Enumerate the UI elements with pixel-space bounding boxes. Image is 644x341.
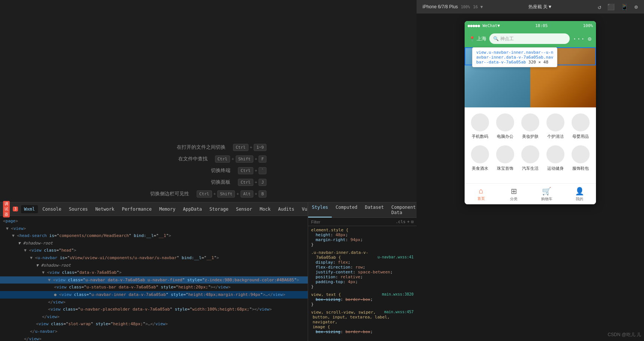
command-row-4: 切换面板 Ctrl + J xyxy=(150,179,266,186)
command-row-3: 切换终端 Ctrl + ` xyxy=(150,167,266,174)
category-item[interactable]: 电脑办公 xyxy=(496,113,514,139)
style-rule-navbar-inner: .u-navbar-inner.data-v- 7a6a05ab { u-nav… xyxy=(311,250,414,289)
category-label: 珠宝首饰 xyxy=(497,166,513,171)
phone-search-bar[interactable]: 🔍 神点工 xyxy=(489,33,570,44)
style-prop-row: height: 48px; xyxy=(311,232,414,237)
style-prop-row: justify-content: space-between; xyxy=(311,270,414,275)
styles-filter-input[interactable] xyxy=(311,220,394,224)
style-rule-element: element.style { height: 48px; margin-rig… xyxy=(311,228,414,247)
cart-icon: 🛒 xyxy=(542,187,551,196)
signal-indicator: ●●●●● WeChat▼ xyxy=(468,23,500,28)
tree-line[interactable]: <view class="slot-wrap" style="height:48… xyxy=(0,320,308,328)
tab-sources[interactable]: Sources xyxy=(66,205,91,213)
tooltip-text-1: view.u-navbar-inner.navbar--u-n xyxy=(476,50,553,55)
category-item[interactable]: 珠宝首饰 xyxy=(496,145,514,171)
tree-line-highlighted[interactable]: ● <view class="u-navbar-inner data-v-7a6… xyxy=(0,291,308,299)
device-chevron-icon: 100% xyxy=(461,5,470,9)
tree-line[interactable]: <view class="u-status-bar data-v-7a6a05a… xyxy=(0,284,308,291)
stop-icon[interactable]: ⬛ xyxy=(607,3,615,11)
style-prop-row: flex-direction: row; xyxy=(311,265,414,270)
styles-panel: Styles Computed Dataset Component Data »… xyxy=(308,202,417,341)
phone-area: iPhone 6/7/8 Plus 100% 16 ▼ 热座截 关▼ ↺ ⬛ 📱… xyxy=(417,0,644,341)
tab-performance[interactable]: Performance xyxy=(119,205,155,213)
category-item[interactable]: 美食酒水 xyxy=(471,145,489,171)
category-item[interactable]: 个护清洁 xyxy=(546,113,564,139)
tree-line[interactable]: ▼ <view class="head"> xyxy=(0,247,308,254)
tree-line[interactable]: <view class="u-navbar-placeholder data-v… xyxy=(0,306,308,313)
tree-line[interactable]: ▼ <head-search is="components/common/Hea… xyxy=(0,232,308,240)
add-style-btn[interactable]: + xyxy=(407,219,410,224)
category-item[interactable]: 美妆护肤 xyxy=(521,113,539,139)
category-item[interactable]: 汽车生活 xyxy=(521,145,539,171)
kbd-ctrl-1: Ctrl xyxy=(233,144,248,151)
tab-mock[interactable]: Mock xyxy=(257,205,274,213)
tree-line[interactable]: </view> xyxy=(0,313,308,321)
camera-button[interactable]: ⊙ xyxy=(588,35,591,42)
style-rule-selector: .u-navbar-inner.data-v- 7a6a05ab { u-nav… xyxy=(311,250,414,260)
style-prop-row: display: flex; xyxy=(311,260,414,265)
category-item[interactable]: 运动健身 xyxy=(546,145,564,171)
location-text: 上海 xyxy=(477,35,486,42)
tree-line[interactable]: ▼ #shadow-root xyxy=(0,240,308,247)
tooltip-text-3: bar--data-v-7a6a05ab xyxy=(476,60,526,65)
tree-line[interactable]: ▼ <view class="data-v-7a6a05ab"> xyxy=(0,269,308,276)
nav-item-profile[interactable]: 👤 我的 xyxy=(563,184,596,204)
tab-appdata[interactable]: AppData xyxy=(180,205,205,213)
styles-tab-computed[interactable]: Computed xyxy=(332,202,361,217)
nav-item-home[interactable]: ⌂ 首页 xyxy=(465,184,498,204)
devtools-toolbar: 调试器 3 Wxml Console Sources Network Perfo… xyxy=(0,202,308,216)
style-rule-view-scroll: view, scroll-view, swiper, main.wxss:457… xyxy=(311,310,414,334)
cmd-label-3: 切换终端 xyxy=(211,167,230,174)
kbd-b-5: B xyxy=(259,190,266,198)
refresh-icon[interactable]: ↺ xyxy=(598,3,602,11)
device-bar: iPhone 6/7/8 Plus 100% 16 ▼ 热座截 关▼ ↺ ⬛ 📱… xyxy=(417,0,644,14)
tree-line[interactable]: ▼ <view> xyxy=(0,225,308,232)
tooltip-overlay: view.u-navbar-inner.navbar--u-n avbar-in… xyxy=(465,47,596,107)
kbd-num-1: 1~9 xyxy=(254,144,266,151)
styles-tab-styles[interactable]: Styles xyxy=(308,202,332,217)
styles-tab-component-data[interactable]: Component Data xyxy=(388,202,420,217)
styles-tab-dataset[interactable]: Dataset xyxy=(361,202,388,217)
tree-line[interactable]: </view> xyxy=(0,335,308,341)
category-item[interactable]: 母婴用品 xyxy=(572,113,590,139)
device-toggle-icon[interactable]: 📱 xyxy=(621,3,628,11)
nav-label-cart: 购物车 xyxy=(541,196,552,202)
more-button[interactable]: ··· xyxy=(573,35,585,43)
category-icon xyxy=(572,113,590,131)
tab-wxml[interactable]: Wxml xyxy=(21,205,38,213)
watermark-text: CSDN @吃儿 儿 xyxy=(608,332,641,337)
tab-sensor[interactable]: Sensor xyxy=(233,205,255,213)
phone-location[interactable]: 📍 上海 xyxy=(469,35,486,42)
tab-memory[interactable]: Memory xyxy=(156,205,178,213)
phone-nav-bar: 📍 上海 🔍 神点工 ··· ⊙ xyxy=(465,30,596,47)
nav-item-cart[interactable]: 🛒 购物车 xyxy=(530,184,563,204)
cls-button[interactable]: .cls xyxy=(396,219,406,224)
category-item[interactable]: 手机数码 xyxy=(471,113,489,139)
nav-item-category[interactable]: ⊞ 分类 xyxy=(498,184,531,204)
shortcut-4: Ctrl + J xyxy=(238,179,266,186)
element-tooltip: view.u-navbar-inner.navbar--u-n avbar-in… xyxy=(472,47,557,67)
tab-console[interactable]: Console xyxy=(39,205,65,213)
rotate-icon[interactable]: ⊕ xyxy=(634,3,638,11)
tree-line[interactable]: </u-navbar> xyxy=(0,328,308,335)
device-selector[interactable]: iPhone 6/7/8 Plus 100% 16 ▼ xyxy=(423,4,483,9)
tab-audits[interactable]: Audits xyxy=(275,205,297,213)
tree-line-selected[interactable]: ▼ <view class="u-navbar data-v-7a6a05ab … xyxy=(0,276,308,284)
category-label: 服饰鞋包 xyxy=(572,166,589,171)
tree-line[interactable]: ▼ <u-navbar is="uView/uview-ui/component… xyxy=(0,254,308,262)
tab-storage[interactable]: Storage xyxy=(206,205,232,213)
toggle-styles-btn[interactable]: ⊡ xyxy=(411,219,414,224)
category-item[interactable]: 服饰鞋包 xyxy=(572,145,590,171)
device-toolbar-icons: ↺ ⬛ 📱 ⊕ xyxy=(598,3,638,11)
devtools-badge: 调试器 xyxy=(3,201,10,217)
style-rule-selector: element.style { xyxy=(311,228,414,232)
tree-line[interactable]: <page> xyxy=(0,217,308,225)
html-tree: <page> ▼ <view> ▼ <head-search is="compo… xyxy=(0,216,308,341)
category-icon xyxy=(572,145,590,163)
tree-line[interactable]: </view> xyxy=(0,299,308,306)
phone-status-bar: ●●●●● WeChat▼ 18:05 100% xyxy=(465,21,596,30)
time-display: 18:05 xyxy=(535,23,548,28)
nav-label-category: 分类 xyxy=(510,196,518,202)
tree-line[interactable]: ▼ #shadow-root xyxy=(0,262,308,269)
tab-network[interactable]: Network xyxy=(92,205,117,213)
